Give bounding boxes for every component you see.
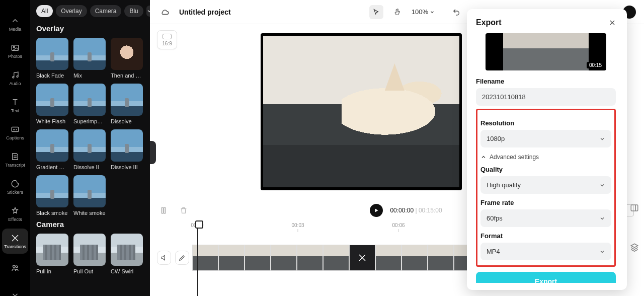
cloud-icon[interactable] (158, 5, 172, 19)
transition-label: Dissolve II (73, 164, 106, 170)
transition-label: Black Fade (36, 72, 68, 79)
transition-thumb (36, 84, 68, 116)
chevron-down-icon (599, 136, 605, 142)
transition-thumb (36, 234, 68, 266)
video-preview[interactable] (261, 33, 462, 190)
transition-item[interactable]: Superimpose (73, 84, 106, 124)
rail-item-captions[interactable]: Captions (2, 120, 28, 145)
rail-item-media[interactable]: Media (2, 11, 28, 36)
transition-item[interactable]: Mix (73, 38, 106, 79)
filter-chip-camera[interactable]: Camera (90, 5, 122, 17)
transition-label: Then and N... (111, 72, 143, 79)
format-select[interactable]: MP4 (480, 243, 611, 260)
stickers-icon (11, 179, 20, 188)
transition-item[interactable]: Then and N... (111, 38, 143, 79)
nav-rail: MediaPhotosAudioTextCaptionsTranscriptSt… (0, 0, 30, 296)
hand-tool[interactable] (390, 5, 405, 19)
transition-thumb (73, 129, 106, 162)
video-clip[interactable] (375, 245, 401, 271)
photo-icon (11, 43, 20, 52)
transition-thumb (111, 234, 143, 266)
transition-item[interactable]: White Flash (36, 84, 68, 124)
transition-item[interactable]: Dissolve III (111, 129, 143, 170)
video-clip[interactable] (271, 245, 297, 271)
chevron-down-icon (11, 290, 20, 297)
rail-item-photos[interactable]: Photos (2, 38, 28, 63)
section-title: Overlay (36, 24, 144, 33)
rail-item-transitions[interactable]: Transitions (2, 229, 28, 254)
svg-point-1 (13, 46, 15, 48)
filter-chip-more[interactable] (146, 6, 150, 17)
rail-item-stickers[interactable]: Stickers (2, 174, 28, 199)
ruler-tick: 00:06 (392, 223, 405, 232)
advanced-settings-toggle[interactable]: Advanced settings (480, 154, 611, 161)
svg-point-6 (16, 265, 18, 267)
rail-item-text[interactable]: Text (2, 93, 28, 118)
transcript-icon (11, 152, 20, 161)
text-icon (11, 98, 20, 107)
video-clip[interactable] (245, 245, 271, 271)
video-clip[interactable] (297, 245, 323, 271)
filter-chip-blu[interactable]: Blu (124, 5, 143, 17)
rail-item-chevron-down[interactable] (2, 283, 28, 296)
transition-item[interactable]: Pull Out (73, 234, 106, 274)
framerate-label: Frame rate (480, 199, 611, 206)
undo-button[interactable] (449, 5, 463, 19)
rail-item-people[interactable] (2, 256, 28, 281)
resolution-select[interactable]: 1080p (480, 130, 611, 147)
framerate-select[interactable]: 60fps (480, 209, 611, 227)
zoom-level[interactable]: 100% (412, 8, 435, 16)
video-clip[interactable] (401, 245, 428, 271)
chevron-down-icon (430, 10, 435, 15)
panel-collapse-handle[interactable] (150, 141, 156, 164)
chevron-down-icon (599, 215, 605, 221)
quality-select[interactable]: High quality (480, 176, 611, 194)
play-button[interactable] (370, 204, 383, 217)
aspect-ratio-chip[interactable]: 16:9 (157, 30, 177, 49)
format-label: Format (480, 232, 611, 240)
rail-item-effects[interactable]: Effects (2, 201, 28, 227)
track-audio-toggle[interactable] (157, 251, 171, 265)
transitions-icon (11, 234, 20, 243)
transition-item[interactable]: White smoke (73, 175, 106, 216)
transition-item[interactable]: Black smoke (36, 175, 68, 216)
rail-item-audio[interactable]: Audio (2, 65, 28, 91)
transition-label: White Flash (36, 118, 68, 124)
transition-item[interactable]: Gradient W... (36, 129, 68, 170)
video-clip[interactable] (192, 245, 218, 271)
export-button[interactable]: Export (476, 272, 616, 283)
filter-chip-overlay[interactable]: Overlay (56, 5, 87, 17)
filename-input[interactable] (476, 88, 616, 106)
transition-item[interactable]: Black Fade (36, 38, 68, 79)
cursor-tool[interactable] (369, 5, 383, 19)
svg-point-5 (13, 265, 16, 267)
transition-label: White smoke (73, 210, 106, 216)
track-pen-tool[interactable] (175, 251, 189, 265)
transition-item[interactable]: Dissolve (111, 84, 143, 124)
ruler-tick: 00:03 (291, 223, 304, 232)
transition-item[interactable]: CW Swirl (111, 234, 143, 274)
delete-button[interactable] (177, 204, 190, 217)
video-clip[interactable] (428, 245, 454, 271)
transition-item[interactable]: Dissolve II (73, 129, 106, 170)
project-title[interactable]: Untitled project (179, 8, 231, 16)
filter-chip-all[interactable]: All (36, 5, 53, 17)
playhead[interactable] (197, 221, 198, 296)
transitions-icon (358, 253, 367, 262)
sidebar-collapse-icon[interactable] (630, 203, 639, 212)
video-clip[interactable] (218, 245, 245, 271)
transition-thumb (111, 38, 143, 70)
layers-icon[interactable] (630, 243, 639, 252)
transition-label: Black smoke (36, 210, 68, 216)
transition-label: Superimpose (73, 118, 106, 124)
transition-label: Gradient W... (36, 164, 68, 170)
export-close-button[interactable] (607, 17, 618, 28)
transition-item[interactable]: Pull in (36, 234, 68, 274)
svg-point-3 (17, 76, 18, 77)
split-button[interactable] (157, 204, 170, 217)
section-title: Camera (36, 220, 144, 229)
transition-clip[interactable] (349, 245, 375, 271)
transition-thumb (73, 84, 106, 116)
video-clip[interactable] (323, 245, 349, 271)
rail-item-transcript[interactable]: Transcript (2, 147, 28, 172)
